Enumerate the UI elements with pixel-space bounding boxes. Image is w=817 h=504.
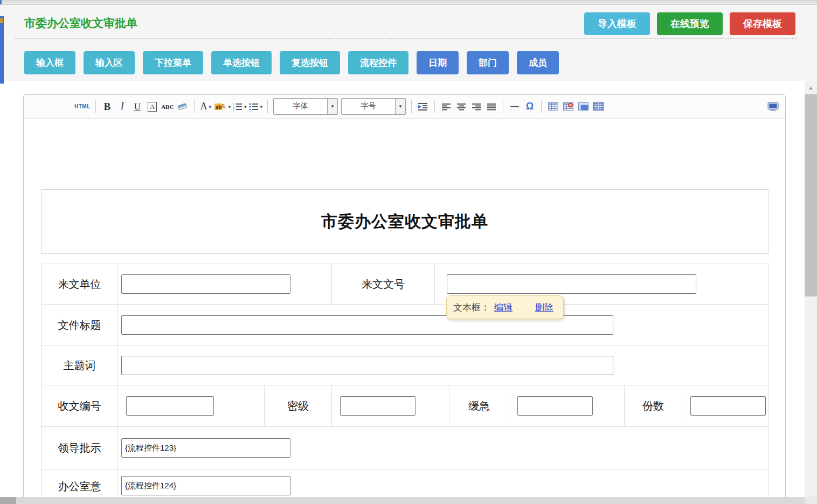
indent-button[interactable] xyxy=(417,99,430,114)
label-copies: 份数 xyxy=(642,400,664,412)
font-color-icon: A xyxy=(200,101,207,112)
font-color-button[interactable]: A▾ xyxy=(199,99,212,114)
format-a-button[interactable]: A xyxy=(146,99,159,114)
cell-doc-title-input xyxy=(118,305,769,346)
cell-copies-input xyxy=(682,385,769,427)
table-row-subject: 主题词 xyxy=(41,346,769,385)
delete-table-button[interactable] xyxy=(562,99,574,114)
boxed-a-icon: A xyxy=(148,102,157,112)
monitor-icon xyxy=(767,102,779,111)
cell-subject: 主题词 xyxy=(41,346,118,385)
fullscreen-button[interactable] xyxy=(766,99,779,114)
urgency-input[interactable] xyxy=(517,396,593,416)
label-source-number: 来文文号 xyxy=(362,278,405,290)
delete-link[interactable]: 删除 xyxy=(535,301,553,314)
insert-frame-button[interactable] xyxy=(577,99,590,114)
widget-radio-button[interactable]: 单选按钮 xyxy=(211,51,272,74)
align-right-button[interactable] xyxy=(470,99,483,114)
leader-flow-control-input[interactable] xyxy=(121,438,290,458)
toolbar-separator xyxy=(95,100,96,113)
scroll-up-icon[interactable]: ▲ xyxy=(805,84,817,92)
widget-date-button[interactable]: 日期 xyxy=(417,51,459,74)
cell-source-number: 来文文号 xyxy=(332,264,435,305)
special-char-button[interactable]: Ω xyxy=(523,99,536,114)
cell-receipt-number-input xyxy=(118,385,265,427)
underline-button[interactable]: U xyxy=(131,99,144,114)
source-number-input[interactable] xyxy=(447,274,696,294)
align-center-icon xyxy=(457,103,466,111)
italic-button[interactable]: I xyxy=(116,99,129,114)
unordered-list-icon xyxy=(249,102,259,111)
svg-text:3: 3 xyxy=(233,108,234,111)
edit-link[interactable]: 编辑 xyxy=(494,301,513,314)
ordered-list-button[interactable]: 123 ▾ xyxy=(233,99,247,114)
vertical-scrollbar[interactable]: ▲ ▼ xyxy=(805,81,817,504)
bold-button[interactable]: B xyxy=(101,99,114,114)
widget-checkbox-button[interactable]: 复选按钮 xyxy=(280,51,340,74)
table-row-meta: 收文编号 密级 缓急 份数 xyxy=(41,385,769,427)
form-title-box: 市委办公室收文审批单 xyxy=(41,189,768,254)
align-left-button[interactable] xyxy=(440,99,453,114)
editor-content[interactable]: 市委办公室收文审批单 来文单位 来文文号 文件标题 主题词 xyxy=(24,119,785,504)
remove-format-button[interactable] xyxy=(176,99,189,114)
vertical-scrollbar-thumb[interactable] xyxy=(805,94,817,296)
delete-table-icon xyxy=(563,102,573,111)
online-preview-button[interactable]: 在线预览 xyxy=(657,12,723,35)
widget-toolbar: 输入框 输入区 下拉菜单 单选按钮 复选按钮 流程控件 日期 部门 成员 xyxy=(24,51,559,74)
widget-flow-control-button[interactable]: 流程控件 xyxy=(348,51,408,74)
horizontal-rule-button[interactable]: — xyxy=(508,99,521,114)
secrecy-input[interactable] xyxy=(340,396,416,416)
import-template-button[interactable]: 导入模板 xyxy=(584,12,650,35)
justify-button[interactable] xyxy=(485,99,498,114)
indent-icon xyxy=(418,102,428,111)
source-unit-input[interactable] xyxy=(121,274,290,294)
horizontal-scrollbar[interactable] xyxy=(0,497,805,504)
receipt-number-input[interactable] xyxy=(126,396,214,416)
widget-textarea-button[interactable]: 输入区 xyxy=(84,51,135,74)
page-title: 市委办公室收文审批单 xyxy=(24,16,137,31)
toolbar-separator xyxy=(194,100,195,113)
subject-input[interactable] xyxy=(121,356,613,375)
font-size-select[interactable]: 字号▼ xyxy=(341,98,406,115)
horizontal-scrollbar-thumb[interactable] xyxy=(0,497,16,504)
label-office: 办公室意 xyxy=(58,480,101,492)
eraser-icon xyxy=(177,102,188,111)
widget-input-box-button[interactable]: 输入框 xyxy=(24,51,75,74)
unordered-list-button[interactable]: ▾ xyxy=(249,99,263,114)
font-family-select[interactable]: 字体▼ xyxy=(273,98,338,115)
save-template-button[interactable]: 保存模板 xyxy=(730,12,795,35)
table-properties-button[interactable] xyxy=(592,99,605,114)
select-arrow-icon: ▼ xyxy=(327,99,337,114)
align-left-icon xyxy=(442,103,451,111)
toolbar-separator xyxy=(411,100,412,113)
office-flow-control-input[interactable] xyxy=(121,476,290,495)
widget-member-button[interactable]: 成员 xyxy=(517,51,559,74)
form-title: 市委办公室收文审批单 xyxy=(321,211,488,233)
widget-department-button[interactable]: 部门 xyxy=(467,51,509,74)
pencil-icon: ✎ xyxy=(220,102,227,111)
label-doc-title: 文件标题 xyxy=(58,319,101,331)
tooltip-label: 文本框： xyxy=(453,301,490,314)
source-code-button[interactable]: HTML xyxy=(74,99,91,114)
select-arrow-icon: ▼ xyxy=(395,99,405,114)
cell-secrecy: 密级 xyxy=(265,385,332,427)
label-subject: 主题词 xyxy=(64,360,96,371)
copies-input[interactable] xyxy=(690,396,766,416)
align-center-button[interactable] xyxy=(455,99,468,114)
widget-dropdown-button[interactable]: 下拉菜单 xyxy=(143,51,203,74)
left-edge-notch xyxy=(0,18,3,23)
font-family-value: 字体 xyxy=(274,99,327,114)
ordered-list-icon: 123 xyxy=(233,102,243,111)
window-top-edge-accent xyxy=(0,0,2,4)
insert-table-button[interactable] xyxy=(546,99,559,114)
highlight-color-button[interactable]: ab✎▾ xyxy=(214,99,231,114)
cell-leader-input xyxy=(118,427,769,470)
scrollbar-corner xyxy=(805,497,817,504)
cell-subject-input xyxy=(118,346,769,385)
label-urgency: 缓急 xyxy=(468,400,490,412)
table-row-leader: 领导批示 xyxy=(41,427,769,470)
chevron-down-icon: ▾ xyxy=(228,104,231,109)
strikethrough-button[interactable]: ABC xyxy=(161,99,174,114)
label-receipt-number: 收文编号 xyxy=(58,400,101,412)
cell-secrecy-input xyxy=(332,385,449,427)
